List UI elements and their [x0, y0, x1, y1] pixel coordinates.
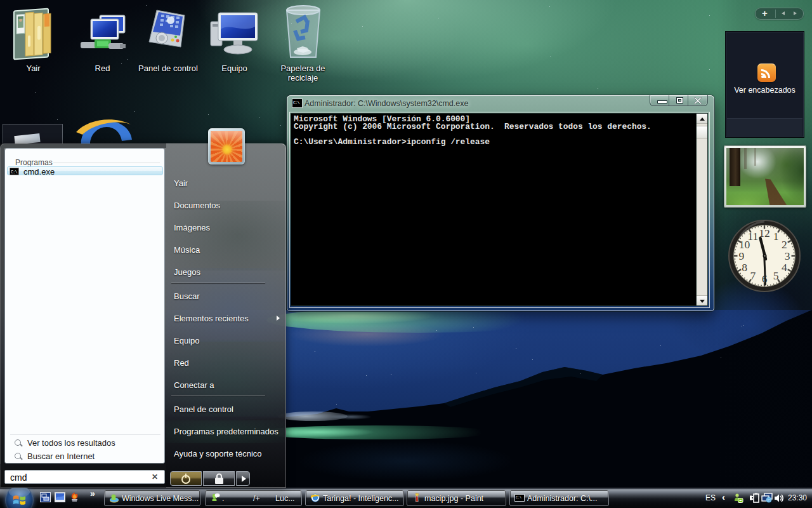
svg-text:11: 11	[747, 230, 758, 243]
svg-text:9: 9	[738, 250, 744, 262]
svg-text:3: 3	[785, 250, 790, 262]
svg-text:2: 2	[782, 238, 787, 251]
svg-text:C:\: C:\	[516, 496, 521, 500]
svg-text:8: 8	[742, 261, 747, 274]
svg-text:4: 4	[782, 261, 787, 274]
